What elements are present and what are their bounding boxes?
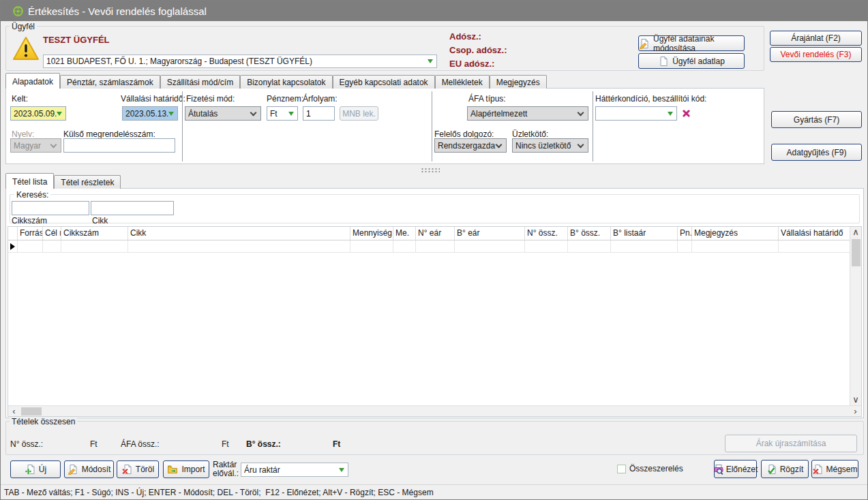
date-value: 2023.05.09.	[11, 108, 57, 120]
gross-total-currency: Ft	[333, 439, 340, 449]
tab-egyeb-kapcsolati-adatok[interactable]: Egyéb kapcsolati adatok	[333, 75, 435, 89]
row-marker-icon	[10, 243, 15, 250]
payment-method-select[interactable]: Átutalás	[185, 106, 261, 121]
col-vallalasi-hatarido[interactable]: Vállalási határidő	[779, 227, 850, 240]
cancel-button[interactable]: Mégsem	[811, 460, 858, 478]
save-button[interactable]: Rögzít	[761, 460, 809, 478]
col-brutto-ear[interactable]: B° eár	[455, 227, 525, 240]
tab-tetel-reszletek[interactable]: Tétel részletek	[54, 175, 121, 189]
col-megjegyzes[interactable]: Megjegyzés	[692, 227, 779, 240]
language-select: Magyar	[10, 138, 61, 153]
tax-number-label: Adósz.:	[449, 31, 481, 42]
vat-type-value: Alapértelmezett	[468, 109, 578, 119]
items-grid: Forrás Cél rak Cikkszám Cikk Mennyiség M…	[8, 226, 862, 417]
external-order-label: Külső megrendelésszám:	[63, 129, 155, 139]
language-label: Nyelv:	[12, 129, 34, 139]
customer-name: TESZT ÜGYFÉL	[43, 35, 110, 45]
delete-button[interactable]: Töröl	[117, 460, 159, 478]
tab-szallitasi-mod-cim[interactable]: Szállítási mód/cím	[160, 75, 240, 89]
net-total-currency: Ft	[90, 439, 98, 449]
modify-button[interactable]: Módosít	[64, 460, 114, 478]
tab-penztar-szamlaszamok[interactable]: Pénztár, számlaszámok	[60, 75, 160, 89]
horizontal-scroll-thumb[interactable]	[21, 407, 42, 416]
assembly-checkbox[interactable]	[617, 465, 626, 473]
search-group-label: Keresés:	[14, 190, 50, 200]
recalculate-prices-label: Árak újraszámítása	[756, 439, 826, 448]
vat-type-select[interactable]: Alapértelmezett	[467, 106, 588, 121]
search-item-number-input[interactable]	[12, 201, 89, 215]
currency-select[interactable]: Ft	[267, 106, 298, 121]
col-marker[interactable]	[8, 227, 18, 240]
deadline-value: 2023.05.13.	[123, 108, 168, 120]
table-row[interactable]	[8, 240, 850, 253]
scroll-down-icon[interactable]: ∨	[850, 394, 862, 405]
customer-order-button[interactable]: Vevői rendelés (F3)	[770, 47, 862, 62]
warning-icon	[12, 35, 40, 62]
chevron-down-icon	[250, 109, 257, 116]
customer-datasheet-button[interactable]: Ügyfél adatlap	[638, 53, 745, 69]
production-button[interactable]: Gyártás (F7)	[771, 111, 862, 128]
col-brutto-ossz[interactable]: B° össz.	[568, 227, 611, 240]
titlebar[interactable]: Értékesítés - Vevői rendelés foglalással	[1, 1, 868, 21]
sales-order-window: Értékesítés - Vevői rendelés foglalással…	[0, 0, 868, 500]
responsible-employee-select[interactable]: Rendszergazda Gé	[434, 138, 507, 153]
col-me[interactable]: Me.	[393, 227, 416, 240]
col-cel-raktar[interactable]: Cél rak	[43, 227, 61, 240]
mnb-query-label: MNB lek.	[342, 109, 376, 119]
col-cikk[interactable]: Cikk	[128, 227, 350, 240]
background-condition-select[interactable]	[595, 106, 677, 121]
customer-modify-button[interactable]: Ügyfél adatainak módosítása	[638, 35, 745, 51]
eu-tax-number-label: EU adósz.:	[449, 59, 494, 69]
scroll-up-icon[interactable]: ∧	[850, 227, 862, 238]
col-pn[interactable]: Pn.	[678, 227, 692, 240]
search-item-input[interactable]	[91, 201, 174, 215]
delete-label: Töröl	[136, 465, 154, 474]
splitter-grip[interactable]	[421, 168, 440, 173]
exchange-rate-input[interactable]	[303, 106, 335, 121]
sales-agent-value: Nincs üzletkötő	[513, 141, 578, 151]
clear-icon[interactable]	[680, 108, 692, 119]
date-label: Kelt:	[12, 94, 28, 104]
tab-tetel-lista[interactable]: Tétel lista	[5, 173, 54, 189]
chevron-down-icon	[578, 141, 584, 148]
customer-address-combo[interactable]: 1021 BUDAPEST, FŐ U. 1.; Magyarország - …	[43, 54, 437, 68]
scroll-right-icon[interactable]: ›	[850, 406, 861, 417]
warehouse-preselect-label: Raktár elővál.:	[213, 460, 239, 478]
deadline-picker[interactable]: 2023.05.13.	[122, 106, 178, 121]
sales-agent-select[interactable]: Nincs üzletkötő	[512, 138, 588, 153]
customer-datasheet-label: Ügyfél adatlap	[672, 57, 725, 66]
warehouse-preselect-combo[interactable]: Áru raktár	[241, 463, 348, 477]
preview-button[interactable]: Előnézet	[714, 460, 757, 478]
new-button[interactable]: Új	[10, 460, 61, 478]
tab-alapadatok[interactable]: Alapadatok	[5, 73, 60, 89]
col-netto-ossz[interactable]: N° össz.	[525, 227, 568, 240]
scroll-left-icon[interactable]: ‹	[8, 406, 20, 417]
vertical-scrollbar[interactable]: ∧ ∨	[850, 227, 861, 405]
tab-bizonylat-kapcsolatok[interactable]: Bizonylat kapcsolatok	[240, 75, 332, 89]
col-netto-ear[interactable]: N° eár	[416, 227, 455, 240]
external-order-input[interactable]	[63, 138, 175, 153]
horizontal-scrollbar[interactable]: ‹ ›	[8, 405, 861, 416]
import-button[interactable]: Import	[163, 460, 209, 478]
document-icon	[658, 56, 669, 67]
date-picker[interactable]: 2023.05.09.	[10, 106, 66, 121]
tab-mellekletek[interactable]: Mellékletek	[435, 75, 490, 89]
vat-total-currency: Ft	[222, 439, 229, 449]
col-mennyiseg[interactable]: Mennyiség	[350, 227, 393, 240]
mnb-query-button[interactable]: MNB lek.	[340, 106, 378, 121]
col-brutto-listaar[interactable]: B° listaár	[611, 227, 678, 240]
col-cikkszam[interactable]: Cikkszám	[61, 227, 128, 240]
search-item-number-caption: Cikkszám	[12, 216, 47, 225]
col-forras[interactable]: Forrás	[18, 227, 43, 240]
import-label: Import	[181, 465, 205, 474]
search-item-caption: Cikk	[92, 216, 108, 225]
tab-megjegyzes[interactable]: Megjegyzés	[490, 75, 547, 89]
edit-icon	[639, 38, 650, 49]
quote-button[interactable]: Árajánlat (F2)	[770, 31, 862, 46]
window-title: Értékesítés - Vevői rendelés foglalással	[28, 5, 207, 17]
recalculate-prices-button[interactable]: Árak újraszámítása	[725, 435, 857, 452]
vertical-scroll-thumb[interactable]	[852, 239, 860, 266]
data-collection-button[interactable]: Adatgyűjtés (F9)	[771, 144, 862, 161]
group-tax-number-label: Csop. adósz.:	[449, 45, 507, 55]
customer-address-value: 1021 BUDAPEST, FŐ U. 1.; Magyarország - …	[44, 55, 428, 67]
